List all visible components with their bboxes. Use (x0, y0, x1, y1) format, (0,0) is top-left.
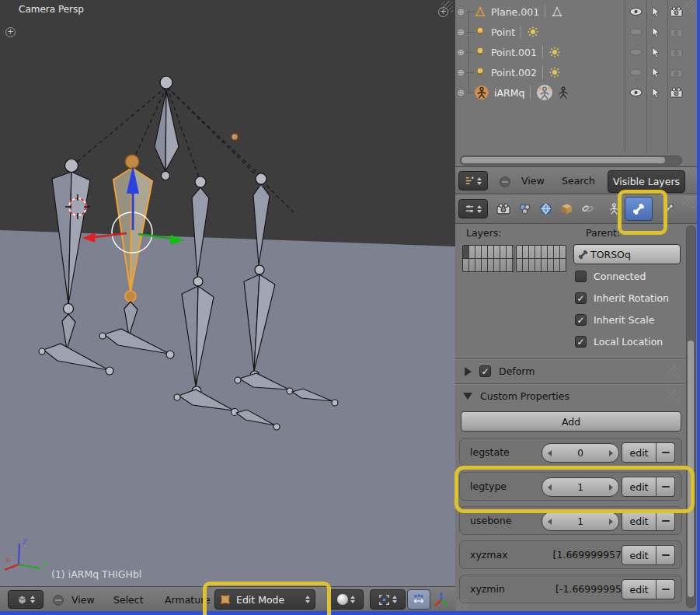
checkbox[interactable] (575, 271, 587, 282)
manipulator-axis-icon[interactable] (433, 591, 450, 608)
tab-armature-data[interactable] (604, 198, 623, 218)
renderability-camera-icon[interactable] (670, 87, 683, 98)
stepper-increase-icon[interactable] (609, 450, 613, 456)
remove-property-button[interactable] (656, 545, 675, 565)
xyzmin-value[interactable]: [-1.66999995 (507, 583, 622, 595)
menu-select[interactable]: Select (113, 587, 144, 613)
pivot-point-dropdown[interactable] (370, 589, 406, 610)
outliner-display-filter-dropdown[interactable]: Visible Layers (608, 170, 685, 193)
editor-type-button[interactable] (8, 590, 44, 609)
stepper-increase-icon[interactable] (609, 484, 613, 491)
connected-option[interactable]: Connected (575, 271, 646, 282)
selectability-cursor-icon[interactable] (651, 87, 660, 99)
renderability-camera-icon[interactable] (670, 47, 683, 58)
custom-properties-panel-header[interactable]: Custom Properties (455, 385, 685, 407)
parent-bone-field[interactable]: TORSOq (573, 244, 681, 264)
tab-render[interactable] (494, 198, 513, 218)
checkbox[interactable] (575, 336, 587, 348)
outliner-view-menu[interactable]: View (521, 168, 545, 194)
outliner-row-plane[interactable]: ⊕ Plane.001 (455, 2, 685, 22)
tab-bone-constraints[interactable] (659, 198, 677, 218)
loose-point[interactable] (232, 134, 238, 140)
expand-icon[interactable]: ⊕ (455, 27, 466, 37)
legstate-stepper[interactable]: 0 (542, 443, 619, 463)
visibility-eye-icon[interactable] (629, 88, 643, 97)
panel-drag-icon[interactable] (667, 365, 679, 377)
collapse-menus-icon[interactable] (500, 176, 510, 187)
visibility-eye-icon[interactable] (629, 7, 643, 16)
stepper-decrease-icon[interactable] (548, 519, 552, 525)
corner-resize-icon[interactable] (441, 1, 453, 12)
tab-world[interactable] (536, 198, 555, 218)
outliner-scrollbar[interactable] (460, 155, 682, 166)
panel-drag-icon[interactable] (667, 390, 679, 402)
selectability-cursor-icon[interactable] (651, 6, 660, 18)
menu-view[interactable]: View (71, 587, 95, 613)
viewport-shading-dropdown[interactable] (328, 589, 364, 610)
outliner-row-point001[interactable]: ⊕ Point.001 (455, 42, 685, 62)
renderability-camera-icon[interactable] (670, 67, 683, 78)
remove-property-button[interactable] (656, 442, 675, 463)
outliner-search-menu[interactable]: Search (562, 168, 595, 194)
corner-resize-icon[interactable] (457, 599, 468, 610)
menu-armature[interactable]: Armature (165, 587, 211, 613)
tab-scene[interactable] (515, 198, 534, 218)
deform-checkbox[interactable] (479, 365, 491, 377)
editor-type-button[interactable] (458, 199, 488, 218)
tab-object[interactable] (557, 198, 576, 218)
remove-property-button[interactable] (656, 477, 675, 497)
expand-icon[interactable]: ⊕ (455, 7, 466, 17)
remove-property-button[interactable] (656, 579, 675, 599)
renderability-camera-icon[interactable] (670, 26, 683, 37)
properties-scrollbar[interactable] (686, 225, 696, 608)
selectability-cursor-icon[interactable] (651, 47, 660, 58)
edit-property-button[interactable]: edit (622, 511, 656, 531)
tab-object-constraints[interactable] (578, 198, 597, 218)
panel-expanded-icon[interactable] (463, 393, 472, 400)
usebone-stepper[interactable]: 1 (542, 512, 619, 531)
region-expand-icon[interactable]: + (5, 27, 16, 37)
collapse-menus-icon[interactable] (53, 595, 64, 606)
active-layer-cell[interactable] (463, 246, 468, 258)
panel-collapsed-icon[interactable] (465, 367, 472, 376)
edit-property-button[interactable]: edit (622, 477, 656, 497)
checkbox[interactable] (575, 292, 587, 304)
outliner-row-point002[interactable]: ⊕ Point.002 (455, 62, 685, 82)
outliner-row-point[interactable]: ⊕ Point (455, 22, 685, 42)
bone-layers-grid-left[interactable] (462, 245, 514, 272)
stepper-decrease-icon[interactable] (548, 450, 552, 456)
mode-dropdown[interactable]: Edit Mode (214, 589, 315, 610)
expand-icon[interactable]: ⊕ (455, 68, 466, 78)
corner-resize-icon[interactable] (683, 197, 695, 208)
visibility-eye-icon[interactable] (629, 47, 643, 57)
edit-property-button[interactable]: edit (622, 442, 656, 463)
selectability-cursor-icon[interactable] (651, 67, 660, 79)
checkbox[interactable] (575, 314, 587, 326)
stepper-decrease-icon[interactable] (548, 484, 552, 491)
renderability-camera-icon[interactable] (670, 6, 683, 17)
add-property-button[interactable]: Add (461, 411, 681, 432)
edit-property-button[interactable]: edit (622, 579, 656, 599)
viewport-scene[interactable]: z x y (0, 0, 455, 586)
bone-layers-grid-right[interactable] (516, 245, 566, 272)
xyzmax-value[interactable]: [1.669999957 (507, 549, 622, 561)
visibility-eye-icon[interactable] (629, 27, 643, 37)
expand-icon[interactable]: ⊕ (455, 47, 466, 58)
manipulator-translate-toggle[interactable] (407, 589, 430, 610)
legtype-stepper[interactable]: 1 (542, 477, 619, 497)
expand-icon[interactable]: ⊕ (455, 88, 466, 98)
visibility-eye-icon[interactable] (629, 68, 643, 77)
tab-bone[interactable] (625, 197, 653, 221)
inherit-scale-option[interactable]: Inherit Scale (575, 314, 654, 326)
selectability-cursor-icon[interactable] (651, 26, 660, 38)
remove-property-button[interactable] (656, 511, 675, 531)
corner-resize-icon[interactable] (683, 1, 695, 12)
stepper-increase-icon[interactable] (609, 519, 613, 525)
outliner-row-iarmq[interactable]: ⊕ iARMq (455, 82, 685, 103)
local-location-option[interactable]: Local Location (575, 336, 663, 348)
3d-viewport[interactable]: z x y Camera Persp (1) iARMq THIGHbl + + (0, 0, 455, 586)
deform-panel-header[interactable]: Deform (455, 360, 685, 383)
edit-property-button[interactable]: edit (622, 545, 656, 565)
editor-type-button[interactable] (458, 171, 488, 190)
inherit-rotation-option[interactable]: Inherit Rotation (575, 292, 669, 304)
